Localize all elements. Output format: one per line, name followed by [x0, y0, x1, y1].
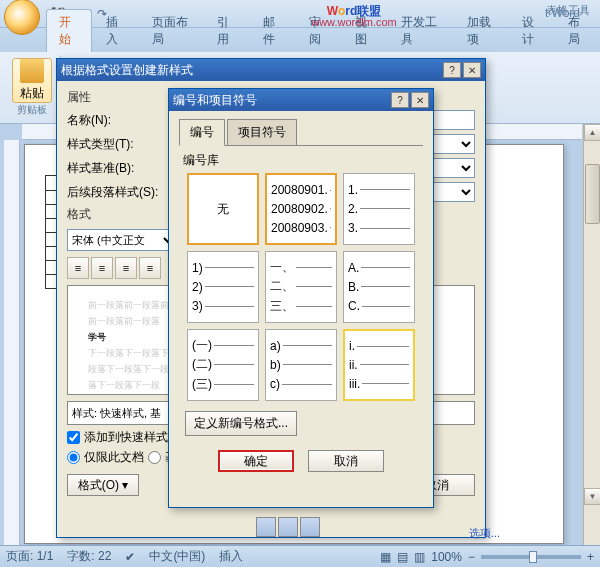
scroll-down-icon[interactable]: ▼ — [584, 488, 600, 505]
numbering-dialog: 编号和项目符号 ? ✕ 编号 项目符号 编号库 无 20080901. 2008… — [168, 88, 434, 508]
quick-style-checkbox[interactable] — [67, 431, 80, 444]
zoom-thumb[interactable] — [529, 551, 537, 563]
page-indicator[interactable]: 页面: 1/1 — [6, 548, 53, 565]
doc-only-radio[interactable] — [67, 451, 80, 464]
doc-only-label: 仅限此文档 — [84, 449, 144, 466]
num-decimal[interactable]: 1. 2. 3. — [343, 173, 415, 245]
tab-bullets[interactable]: 项目符号 — [227, 119, 297, 146]
align-right-icon[interactable]: ≡ — [115, 257, 137, 279]
proof-icon[interactable]: ✔ — [125, 550, 135, 564]
title-center: Word联盟 www.wordlm.com — [112, 0, 596, 28]
dialog1-title: 根据格式设置创建新样式 — [61, 62, 441, 79]
numbering-tabs: 编号 项目符号 — [179, 119, 423, 146]
clipboard-group: 粘贴 剪贴板 — [4, 56, 61, 119]
help-icon[interactable]: ? — [443, 62, 461, 78]
num-paren[interactable]: 1) 2) 3) — [187, 251, 259, 323]
num-chinese[interactable]: 一、 二、 三、 — [265, 251, 337, 323]
tab-home[interactable]: 开始 — [46, 9, 92, 52]
scroll-up-icon[interactable]: ▲ — [584, 124, 600, 141]
language-indicator[interactable]: 中文(中国) — [149, 548, 205, 565]
format-menu-button[interactable]: 格式(O) ▾ — [67, 474, 139, 496]
help-icon[interactable]: ? — [391, 92, 409, 108]
word-count[interactable]: 字数: 22 — [67, 548, 111, 565]
view-web-icon[interactable]: ▥ — [414, 550, 425, 564]
watermark-url: www.wordlm.com — [112, 16, 596, 28]
zoom-in-button[interactable]: + — [587, 550, 594, 564]
paste-label: 粘贴 — [20, 85, 44, 102]
statusbar: 页面: 1/1 字数: 22 ✔ 中文(中国) 插入 ▦ ▤ ▥ 100% − … — [0, 545, 600, 567]
num-lower-alpha[interactable]: a) b) c) — [265, 329, 337, 401]
dialog2-titlebar[interactable]: 编号和项目符号 ? ✕ — [169, 89, 433, 111]
dialog1-titlebar[interactable]: 根据格式设置创建新样式 ? ✕ — [57, 59, 485, 81]
num-none[interactable]: 无 — [187, 173, 259, 245]
mini-icon[interactable] — [300, 517, 320, 537]
dialog2-title: 编号和项目符号 — [173, 92, 389, 109]
scroll-thumb[interactable] — [585, 164, 600, 224]
zoom-value[interactable]: 100% — [431, 550, 462, 564]
zoom-out-button[interactable]: − — [468, 550, 475, 564]
dialog2-cancel-button[interactable]: 取消 — [308, 450, 384, 472]
num-roman[interactable]: i. ii. iii. — [343, 329, 415, 401]
define-new-format-button[interactable]: 定义新编号格式... — [185, 411, 297, 436]
num-chinese-paren[interactable]: (一) (二) (三) — [187, 329, 259, 401]
type-label: 样式类型(T): — [67, 136, 167, 153]
num-upper-alpha[interactable]: A. B. C. — [343, 251, 415, 323]
zoom-slider[interactable] — [481, 555, 581, 559]
options-link[interactable]: 选项... — [469, 526, 500, 541]
view-print-icon[interactable]: ▦ — [380, 550, 391, 564]
paste-icon — [20, 59, 44, 83]
view-read-icon[interactable]: ▤ — [397, 550, 408, 564]
mini-icon[interactable] — [278, 517, 298, 537]
align-center-icon[interactable]: ≡ — [91, 257, 113, 279]
font-select[interactable]: 宋体 (中文正文 — [67, 229, 177, 251]
name-label: 名称(N): — [67, 112, 167, 129]
mini-icon[interactable] — [256, 517, 276, 537]
base-label: 样式基准(B): — [67, 160, 167, 177]
num-date[interactable]: 20080901. 20080902. 20080903. — [265, 173, 337, 245]
library-label: 编号库 — [183, 152, 423, 169]
paste-button[interactable]: 粘贴 — [12, 58, 52, 103]
template-radio[interactable] — [148, 451, 161, 464]
close-icon[interactable]: ✕ — [463, 62, 481, 78]
close-icon[interactable]: ✕ — [411, 92, 429, 108]
table-tools-label: 表格工具 — [546, 3, 590, 18]
ribbon-tabs: 开始 插入 页面布局 引用 邮件 审阅 视图 开发工具 加载项 设计 布局 — [0, 28, 600, 52]
numbering-grid: 无 20080901. 20080902. 20080903. 1. 2. 3.… — [179, 173, 423, 401]
align-left-icon[interactable]: ≡ — [67, 257, 89, 279]
ruler-vertical[interactable] — [4, 140, 20, 545]
mini-toolbar — [256, 517, 320, 537]
align-justify-icon[interactable]: ≡ — [139, 257, 161, 279]
tab-numbering[interactable]: 编号 — [179, 119, 225, 146]
dialog2-ok-button[interactable]: 确定 — [218, 450, 294, 472]
follow-label: 后续段落样式(S): — [67, 184, 167, 201]
vertical-scrollbar[interactable]: ▲ ▼ — [583, 124, 600, 545]
insert-mode[interactable]: 插入 — [219, 548, 243, 565]
office-button[interactable] — [4, 0, 40, 35]
clipboard-label: 剪贴板 — [12, 103, 52, 117]
